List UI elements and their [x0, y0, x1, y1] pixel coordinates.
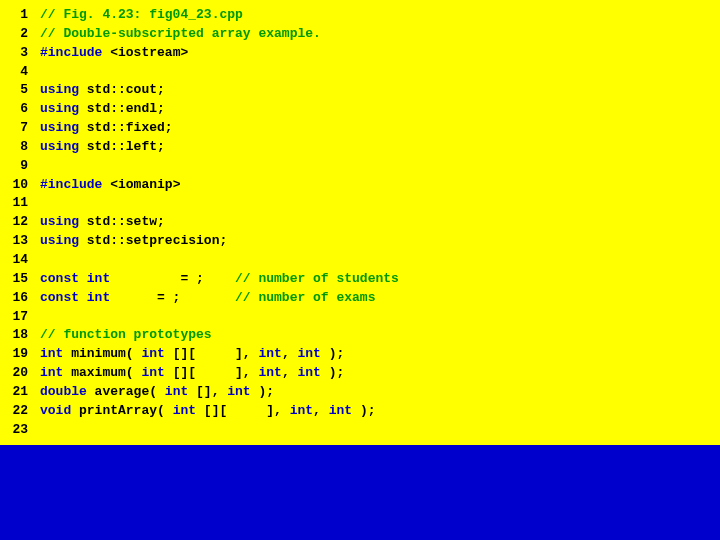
token-plain: [][ ],	[165, 346, 259, 361]
line-code: int minimum( int [][ ], int, int );	[40, 345, 720, 364]
token-identifier: std::endl	[87, 101, 157, 116]
line-number: 10	[0, 176, 40, 195]
line-number: 18	[0, 326, 40, 345]
line-number: 3	[0, 44, 40, 63]
token-identifier: <iomanip>	[110, 177, 180, 192]
line-code: #include <iostream>	[40, 44, 720, 63]
line-number: 14	[0, 251, 40, 270]
code-line: 13using std::setprecision;	[0, 232, 720, 251]
line-code: void printArray( int [][ ], int, int );	[40, 402, 720, 421]
line-code: const int = ; // number of students	[40, 270, 720, 289]
token-comment: // function prototypes	[40, 327, 212, 342]
code-line: 11	[0, 194, 720, 213]
token-keyword: int	[290, 403, 313, 418]
token-keyword: int	[297, 365, 320, 380]
token-identifier: std::setw	[87, 214, 157, 229]
token-keyword: #include	[40, 177, 110, 192]
token-comment: // Double-subscripted array example.	[40, 26, 321, 41]
line-number: 7	[0, 119, 40, 138]
token-plain: );	[251, 384, 274, 399]
line-number: 12	[0, 213, 40, 232]
line-number: 16	[0, 289, 40, 308]
token-keyword: int	[329, 403, 352, 418]
token-keyword: const int	[40, 271, 118, 286]
token-keyword: int	[141, 346, 164, 361]
code-line: 1// Fig. 4.23: fig04_23.cpp	[0, 6, 720, 25]
token-keyword: double	[40, 384, 95, 399]
line-code: using std::setw;	[40, 213, 720, 232]
token-comment: // number of students	[235, 271, 399, 286]
line-code: using std::cout;	[40, 81, 720, 100]
token-identifier: std::fixed	[87, 120, 165, 135]
line-number: 23	[0, 421, 40, 440]
code-line: 6using std::endl;	[0, 100, 720, 119]
line-number: 19	[0, 345, 40, 364]
code-line: 5using std::cout;	[0, 81, 720, 100]
token-identifier: maximum	[71, 365, 126, 380]
code-line: 15const int = ; // number of students	[0, 270, 720, 289]
token-keyword: int	[40, 346, 71, 361]
code-line: 16const int = ; // number of exams	[0, 289, 720, 308]
line-code: using std::left;	[40, 138, 720, 157]
line-number: 17	[0, 308, 40, 327]
token-keyword: int	[141, 365, 164, 380]
line-number: 5	[0, 81, 40, 100]
token-identifier: average	[95, 384, 150, 399]
line-code: // Double-subscripted array example.	[40, 25, 720, 44]
token-keyword: int	[173, 403, 196, 418]
line-number: 1	[0, 6, 40, 25]
token-keyword: int	[297, 346, 320, 361]
code-line: 22void printArray( int [][ ], int, int )…	[0, 402, 720, 421]
token-plain: ;	[157, 214, 165, 229]
token-plain: (	[126, 346, 142, 361]
code-line: 20int maximum( int [][ ], int, int );	[0, 364, 720, 383]
line-code: using std::endl;	[40, 100, 720, 119]
token-keyword: using	[40, 139, 87, 154]
line-number: 13	[0, 232, 40, 251]
code-line: 18// function prototypes	[0, 326, 720, 345]
token-plain: ,	[313, 403, 329, 418]
code-line: 7using std::fixed;	[0, 119, 720, 138]
line-number: 9	[0, 157, 40, 176]
token-plain: = ;	[118, 271, 235, 286]
line-number: 15	[0, 270, 40, 289]
line-number: 8	[0, 138, 40, 157]
line-number: 6	[0, 100, 40, 119]
token-plain: );	[352, 403, 375, 418]
token-identifier: std::cout	[87, 82, 157, 97]
code-line: 21double average( int [], int );	[0, 383, 720, 402]
token-plain: ,	[282, 346, 298, 361]
token-keyword: using	[40, 101, 87, 116]
code-line: 8using std::left;	[0, 138, 720, 157]
token-plain: (	[149, 384, 165, 399]
token-identifier: printArray	[79, 403, 157, 418]
code-line: 19int minimum( int [][ ], int, int );	[0, 345, 720, 364]
line-number: 4	[0, 63, 40, 82]
token-identifier: std::setprecision	[87, 233, 220, 248]
token-plain: ;	[157, 82, 165, 97]
token-keyword: using	[40, 214, 87, 229]
code-line: 14	[0, 251, 720, 270]
line-code: const int = ; // number of exams	[40, 289, 720, 308]
line-code: using std::setprecision;	[40, 232, 720, 251]
token-plain: ,	[282, 365, 298, 380]
token-keyword: const int	[40, 290, 118, 305]
line-number: 20	[0, 364, 40, 383]
token-comment: // Fig. 4.23: fig04_23.cpp	[40, 7, 243, 22]
code-block: 1// Fig. 4.23: fig04_23.cpp2// Double-su…	[0, 0, 720, 445]
token-comment: // number of exams	[235, 290, 375, 305]
token-keyword: #include	[40, 45, 110, 60]
token-plain: = ;	[118, 290, 235, 305]
token-plain: ;	[157, 139, 165, 154]
token-plain: [][ ],	[196, 403, 290, 418]
line-code: using std::fixed;	[40, 119, 720, 138]
line-code: // function prototypes	[40, 326, 720, 345]
token-keyword: int	[258, 365, 281, 380]
code-line: 23	[0, 421, 720, 440]
token-identifier: std::left	[87, 139, 157, 154]
code-line: 17	[0, 308, 720, 327]
token-plain: ;	[157, 101, 165, 116]
token-plain: );	[321, 365, 344, 380]
token-keyword: int	[40, 365, 71, 380]
line-number: 22	[0, 402, 40, 421]
